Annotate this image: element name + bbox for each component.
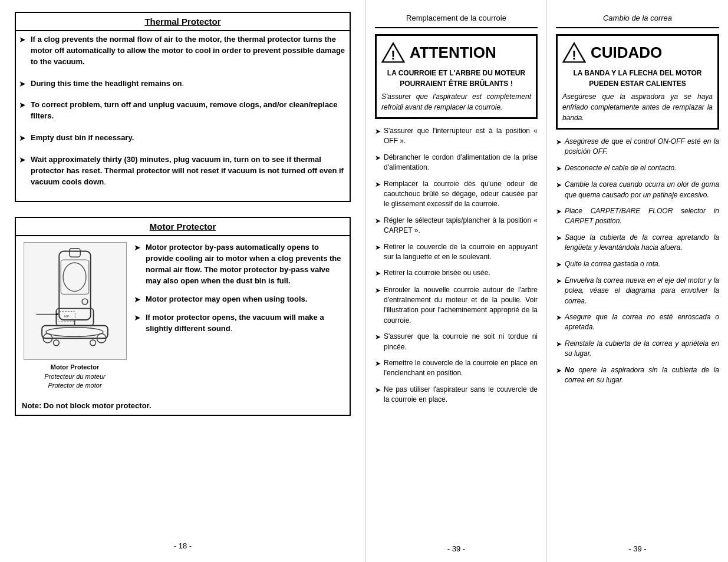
es-arrow-1: ➤ (556, 137, 562, 147)
fr-arrow-5: ➤ (375, 243, 381, 253)
motor-arrow-3: ➤ (134, 313, 141, 322)
french-warning-title: ATTENTION (410, 45, 496, 60)
fr-bullet-text-6: Retirer la courroie brisée ou usée. (384, 268, 490, 278)
motor-label-es: Protector de motor (44, 381, 105, 390)
arrow-icon-5: ➤ (19, 155, 26, 164)
thermal-bullet-text-3: To correct problem, turn off and unplug … (31, 100, 347, 122)
thermal-bullet-1: ➤ If a clog prevents the normal flow of … (19, 34, 347, 68)
motor-bullet-text-3: If motor protector opens, the vacuum wil… (146, 312, 344, 335)
es-bullet-text-5: Saque la cubierta de la correa apretando… (565, 233, 719, 253)
fr-arrow-2: ➤ (375, 153, 381, 163)
fr-arrow-6: ➤ (375, 269, 381, 279)
motor-protector-section: Motor Protector (15, 217, 351, 415)
french-column: Remplacement de la courroie ! ATTENTION … (366, 0, 547, 562)
es-arrow-10: ➤ (556, 366, 562, 376)
fr-bullet-text-8: S'assurer que la courroie ne soit ni tor… (384, 332, 538, 352)
fr-bullet-text-3: Remplacer la courroie dès qu'une odeur d… (384, 179, 538, 210)
motor-label-en: Motor Protector (44, 363, 105, 372)
motor-bullet-text-1: Motor protector by-pass automatically op… (146, 242, 344, 286)
fr-bullet-8: ➤ S'assurer que la courroie ne soit ni t… (375, 332, 538, 352)
es-bullet-7: ➤ Envuelva la correa nueva en el eje del… (556, 276, 719, 306)
spanish-warning-triangle-icon: ! (562, 41, 586, 64)
thermal-bullet-text-1: If a clog prevents the normal flow of ai… (31, 34, 347, 68)
french-warning-italic: S'assurer que l'aspirateur est complètem… (381, 91, 531, 113)
es-bullet-9: ➤ Reinstale la cubierta de la correa y a… (556, 339, 719, 359)
arrow-icon-2: ➤ (19, 79, 26, 88)
svg-rect-0 (59, 251, 90, 320)
es-bullet-text-7: Envuelva la correa nueva en el eje del m… (565, 276, 719, 306)
french-page-number: - 39 - (375, 535, 538, 553)
vacuum-illustration: MP (25, 244, 125, 359)
es-bullet-10: ➤ No opere la aspiradora sin la cubierta… (556, 365, 719, 386)
fr-bullet-text-9: Remettre le couvercle de la courroie en … (384, 358, 538, 379)
french-warning-triangle-icon: ! (381, 41, 405, 64)
fr-bullet-10: ➤ Ne pas utiliser l'aspirateur sans le c… (375, 385, 538, 405)
motor-image-area: MP (22, 242, 128, 390)
arrow-icon-4: ➤ (19, 133, 26, 143)
es-arrow-2: ➤ (556, 164, 562, 174)
thermal-bullet-4: ➤ Empty dust bin if necessary. (19, 133, 347, 144)
spanish-warning-italic: Asegúrese que la aspiradora ya se haya e… (562, 91, 713, 123)
motor-bullet-text-2: Motor protector may open when using tool… (146, 294, 307, 305)
fr-arrow-9: ➤ (375, 359, 381, 369)
es-bullet-text-10: No opere la aspiradora sin la cubierta d… (565, 365, 719, 386)
fr-arrow-1: ➤ (375, 127, 381, 137)
fr-bullet-7: ➤ Enrouler la nouvelle courroie autour d… (375, 285, 538, 326)
motor-label: Motor Protector Protecteur du moteur Pro… (44, 363, 105, 390)
es-bullet-text-2: Desconecte el cable de el contacto. (565, 163, 676, 173)
spanish-warning-header: ! CUIDADO (562, 41, 713, 64)
fr-arrow-3: ➤ (375, 180, 381, 190)
svg-point-13 (82, 299, 88, 305)
motor-bullet-2: ➤ Motor protector may open when using to… (134, 294, 344, 305)
fr-bullet-5: ➤ Retirer le couvercle de la courroie en… (375, 242, 538, 263)
svg-point-11 (90, 340, 96, 346)
left-panel: Thermal Protector ➤ If a clog prevents t… (0, 0, 365, 562)
spanish-col-header: Cambio de la correa (556, 9, 719, 28)
fr-bullet-text-5: Retirer le couvercle de la courroie en a… (384, 242, 538, 263)
motor-bullet-3: ➤ If motor protector opens, the vacuum w… (134, 312, 344, 335)
es-arrow-6: ➤ (556, 260, 562, 270)
fr-bullet-6: ➤ Retirer la courroie brisée ou usée. (375, 268, 538, 279)
spanish-page-number: - 39 - (556, 535, 719, 553)
es-arrow-8: ➤ (556, 313, 562, 323)
fr-bullet-text-4: Régler le sélecteur tapis/plancher à la … (384, 216, 538, 236)
fr-bullet-text-10: Ne pas utiliser l'aspirateur sans le cou… (384, 385, 538, 405)
motor-label-fr: Protecteur du moteur (44, 372, 105, 381)
es-bullet-5: ➤ Saque la cubierta de la correa apretan… (556, 233, 719, 253)
french-warning-body: LA COURROIE ET L'ARBRE DU MOTEUR POURRAI… (381, 68, 531, 113)
french-bullets: ➤ S'assurer que l'interrupteur est à la … (375, 126, 538, 405)
thermal-bullet-5: ➤ Wait approximately thirty (30) minutes… (19, 154, 347, 188)
es-arrow-4: ➤ (556, 207, 562, 217)
fr-bullet-text-7: Enrouler la nouvelle courroie autour de … (384, 285, 538, 326)
thermal-bullet-2: ➤ During this time the headlight remains… (19, 78, 347, 90)
es-bullet-text-8: Asegure que la correa no esté enroscada … (565, 312, 719, 333)
motor-bullet-1: ➤ Motor protector by-pass automatically … (134, 242, 344, 286)
svg-text:!: ! (572, 48, 576, 62)
thermal-bullet-3: ➤ To correct problem, turn off and unplu… (19, 100, 347, 122)
fr-bullet-2: ➤ Débrancher le cordon d'alimentation de… (375, 153, 538, 173)
motor-image-box: MP (24, 242, 127, 360)
es-bullet-8: ➤ Asegure que la correa no esté enroscad… (556, 312, 719, 333)
es-bullet-text-1: Asegúrese de que el control ON-OFF esté … (565, 137, 719, 157)
french-warning-box: ! ATTENTION LA COURROIE ET L'ARBRE DU MO… (375, 34, 538, 119)
fr-arrow-10: ➤ (375, 385, 381, 395)
fr-bullet-9: ➤ Remettre le couvercle de la courroie e… (375, 358, 538, 379)
spanish-bullets: ➤ Asegúrese de que el control ON-OFF est… (556, 137, 719, 385)
svg-rect-1 (70, 249, 80, 257)
thermal-protector-section: Thermal Protector ➤ If a clog prevents t… (15, 12, 351, 202)
french-warning-header: ! ATTENTION (381, 41, 531, 64)
es-bullet-3: ➤ Cambie la corea cuando ocurra un olor … (556, 180, 719, 200)
es-bullet-4: ➤ Place CARPET/BARE FLOOR selector in CA… (556, 206, 719, 227)
es-bullet-text-6: Quite la correa gastada o rota. (565, 259, 660, 269)
spanish-warning-body: LA BANDA Y LA FLECHA DEL MOTOR PUEDEN ES… (562, 68, 713, 123)
svg-point-2 (63, 263, 86, 292)
es-bullet-text-3: Cambie la corea cuando ocurra un olor de… (565, 180, 719, 200)
arrow-icon-3: ➤ (19, 100, 26, 110)
svg-point-10 (54, 340, 60, 346)
left-page-number: - 18 - (15, 530, 351, 550)
french-warning-bold: LA COURROIE ET L'ARBRE DU MOTEUR POURRAI… (381, 68, 531, 89)
french-col-header: Remplacement de la courroie (375, 9, 538, 28)
svg-point-7 (46, 328, 103, 337)
fr-arrow-4: ➤ (375, 216, 381, 226)
fr-arrow-7: ➤ (375, 286, 381, 296)
